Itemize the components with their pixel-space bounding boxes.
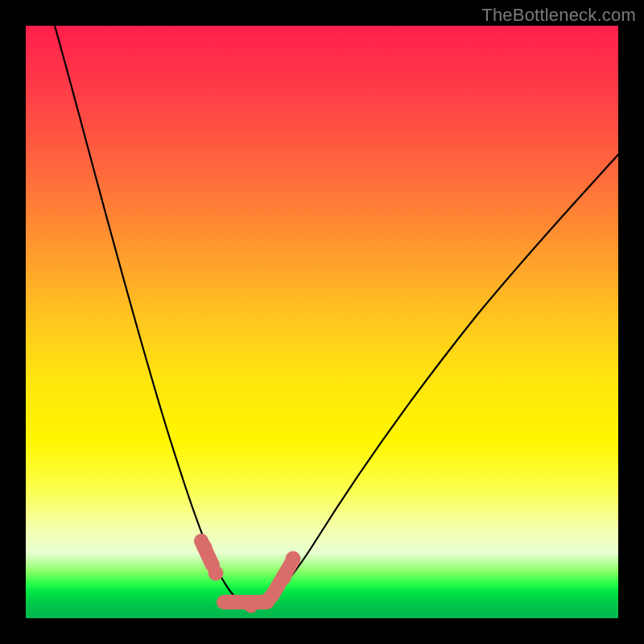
- valley-dot-1: [197, 540, 212, 555]
- watermark-text: TheBottleneck.com: [481, 5, 636, 26]
- plot-area: [26, 26, 618, 618]
- valley-dot-5: [262, 592, 276, 606]
- valley-dot-2: [208, 566, 223, 580]
- curve-path: [55, 26, 618, 605]
- valley-dot-6: [276, 571, 291, 585]
- valley-dot-7: [286, 551, 300, 566]
- chart-frame: TheBottleneck.com: [0, 0, 644, 644]
- bottleneck-curve: [26, 26, 618, 618]
- valley-dot-4: [244, 598, 258, 613]
- valley-dot-3: [225, 595, 239, 609]
